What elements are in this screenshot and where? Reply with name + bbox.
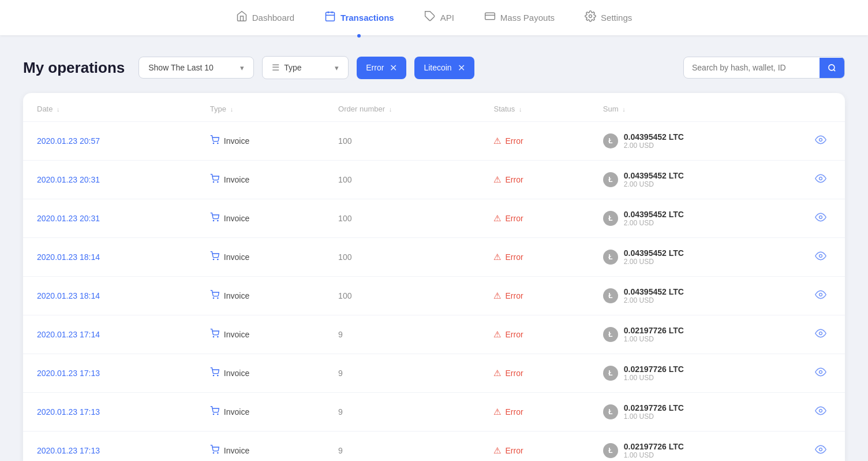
sum-ltc: 0.02197726 LTC [624, 326, 684, 335]
cell-actions [796, 277, 845, 315]
nav-item-mass-payouts[interactable]: Mass Payouts [481, 8, 558, 27]
nav-item-settings[interactable]: Settings [581, 8, 635, 27]
warning-icon: ⚠ [493, 136, 501, 146]
type-dropdown[interactable]: ☰ Type ▾ [262, 56, 349, 79]
ltc-logo: Ł [603, 366, 618, 381]
view-button[interactable] [810, 211, 831, 228]
svg-point-29 [218, 336, 218, 337]
main-content: My operations Show The Last 10 ▾ ☰ Type … [0, 35, 868, 461]
cell-order: 100 [324, 199, 480, 238]
svg-point-14 [218, 143, 218, 143]
invoice-icon [210, 445, 219, 456]
ltc-logo: Ł [603, 250, 618, 265]
nav-item-transactions[interactable]: Transactions [321, 8, 398, 27]
view-button[interactable] [810, 444, 831, 460]
cell-type: Invoice [196, 238, 324, 277]
svg-rect-0 [326, 12, 335, 21]
sum-ltc: 0.04395452 LTC [624, 171, 684, 180]
view-button[interactable] [810, 173, 831, 189]
error-filter-badge[interactable]: Error ✕ [357, 57, 406, 79]
sum-usd: 1.00 USD [624, 412, 684, 421]
search-input[interactable] [684, 57, 820, 78]
table-row: 2020.01.23 20:31 Invoice 100 ⚠ Error Ł [23, 161, 845, 199]
type-chevron-icon: ▾ [335, 64, 339, 72]
svg-point-26 [218, 298, 218, 298]
ltc-logo: Ł [603, 288, 618, 303]
cell-type: Invoice [196, 199, 324, 238]
chevron-down-icon: ▾ [240, 64, 244, 72]
cell-actions [796, 161, 845, 199]
order-sort-icon[interactable]: ↓ [389, 106, 392, 113]
cell-type: Invoice [196, 315, 324, 354]
type-sort-icon[interactable]: ↓ [230, 106, 234, 113]
svg-point-27 [820, 293, 822, 296]
settings-icon [585, 10, 596, 25]
warning-icon: ⚠ [493, 445, 501, 456]
status-text: Error [505, 136, 523, 146]
view-button[interactable] [810, 328, 831, 344]
nav-item-dashboard[interactable]: Dashboard [233, 8, 298, 27]
view-button[interactable] [810, 405, 831, 421]
transactions-icon [324, 10, 336, 25]
svg-point-17 [218, 181, 218, 182]
sum-usd: 2.00 USD [624, 142, 684, 150]
invoice-icon [210, 406, 219, 418]
sum-sort-icon[interactable]: ↓ [622, 106, 626, 113]
sum-values: 0.04395452 LTC 2.00 USD [624, 132, 684, 150]
ltc-logo: Ł [603, 327, 618, 342]
date-sort-icon[interactable]: ↓ [57, 106, 60, 113]
cell-actions [796, 393, 845, 432]
svg-point-22 [213, 259, 214, 259]
view-button[interactable] [810, 134, 831, 150]
cell-date: 2020.01.23 17:13 [23, 432, 196, 462]
svg-point-18 [820, 177, 822, 180]
search-button[interactable] [820, 58, 844, 78]
view-button[interactable] [810, 289, 831, 305]
svg-point-23 [218, 259, 218, 259]
cell-status: ⚠ Error [480, 199, 589, 238]
status-text: Error [505, 369, 523, 378]
nav-label-transactions: Transactions [341, 13, 394, 23]
svg-point-28 [213, 336, 214, 337]
warning-icon: ⚠ [493, 252, 501, 262]
cell-sum: Ł 0.04395452 LTC 2.00 USD [589, 122, 796, 161]
svg-point-33 [820, 370, 822, 373]
cell-status: ⚠ Error [480, 122, 589, 161]
litecoin-filter-badge[interactable]: Litecoin ✕ [414, 57, 474, 79]
sum-usd: 2.00 USD [624, 219, 684, 227]
cell-status: ⚠ Error [480, 161, 589, 199]
type-label: Invoice [224, 369, 249, 378]
cell-status: ⚠ Error [480, 238, 589, 277]
main-nav: Dashboard Transactions API Mass Payouts … [0, 0, 868, 35]
warning-icon: ⚠ [493, 407, 501, 417]
show-last-label: Show The Last 10 [148, 63, 214, 72]
sum-usd: 1.00 USD [624, 451, 684, 459]
list-icon: ☰ [272, 62, 279, 73]
cell-sum: Ł 0.04395452 LTC 2.00 USD [589, 161, 796, 199]
nav-item-api[interactable]: API [421, 8, 458, 27]
search-box [683, 57, 845, 79]
table-row: 2020.01.23 18:14 Invoice 100 ⚠ Error Ł [23, 277, 845, 315]
sum-usd: 2.00 USD [624, 258, 684, 266]
sum-usd: 1.00 USD [624, 335, 684, 343]
status-text: Error [505, 330, 523, 339]
cell-status: ⚠ Error [480, 315, 589, 354]
error-close-icon[interactable]: ✕ [390, 62, 397, 73]
table-row: 2020.01.23 17:13 Invoice 9 ⚠ Error Ł [23, 393, 845, 432]
show-last-dropdown[interactable]: Show The Last 10 ▾ [139, 57, 254, 79]
cell-date: 2020.01.23 20:57 [23, 122, 196, 161]
sum-values: 0.02197726 LTC 1.00 USD [624, 365, 684, 382]
cell-sum: Ł 0.02197726 LTC 1.00 USD [589, 432, 796, 462]
litecoin-close-icon[interactable]: ✕ [458, 62, 465, 73]
status-sort-icon[interactable]: ↓ [519, 106, 522, 113]
view-button[interactable] [810, 250, 831, 266]
table-row: 2020.01.23 20:57 Invoice 100 ⚠ Error Ł [23, 122, 845, 161]
warning-icon: ⚠ [493, 174, 501, 185]
page-title: My operations [23, 59, 125, 77]
cell-order: 100 [324, 161, 480, 199]
cell-order: 9 [324, 315, 480, 354]
view-button[interactable] [810, 366, 831, 382]
svg-line-12 [833, 69, 835, 71]
cell-status: ⚠ Error [480, 354, 589, 393]
type-label: Type [284, 63, 301, 72]
